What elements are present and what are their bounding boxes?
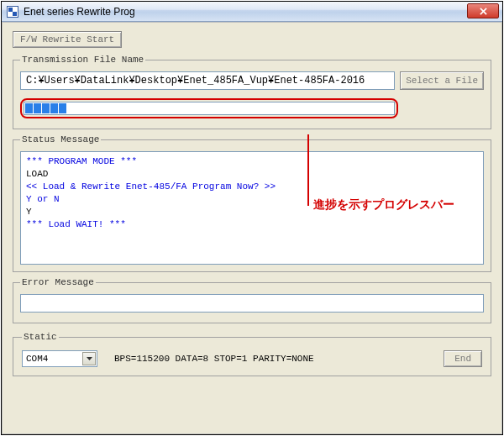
status-line: << Load & Rewrite Enet-485/FA Program No…	[26, 181, 478, 193]
static-group: Static COM4 BPS=115200 DATA=8 STOP=1 PAR…	[13, 332, 491, 376]
file-path-text: C:¥Users¥DataLink¥Desktop¥Enet_485FA_Vup…	[26, 75, 365, 87]
progress-bar-highlight	[20, 98, 398, 118]
com-port-select[interactable]: COM4	[22, 350, 97, 367]
progress-chunk	[59, 103, 66, 113]
static-legend: Static	[22, 332, 59, 342]
progress-chunk	[25, 103, 33, 113]
app-icon	[7, 6, 18, 18]
progress-chunk	[50, 103, 58, 113]
transmission-group: Transmission File Name C:¥Users¥DataLink…	[13, 55, 491, 129]
status-line: *** Load WAIT! ***	[26, 218, 478, 231]
close-icon	[480, 8, 487, 15]
status-line: *** PROGRAM MODE ***	[26, 155, 478, 168]
progress-bar	[24, 102, 395, 115]
status-legend: Status Message	[20, 134, 101, 144]
select-file-button[interactable]: Select a File	[400, 71, 484, 90]
window-title: Enet series Rewrite Prog	[24, 6, 135, 18]
svg-marker-2	[87, 357, 92, 360]
annotation-label: 進捗を示すプログレスバー	[313, 197, 454, 213]
com-port-value: COM4	[26, 354, 48, 364]
file-path-input[interactable]: C:¥Users¥DataLink¥Desktop¥Enet_485FA_Vup…	[20, 71, 395, 90]
dropdown-button[interactable]	[82, 352, 96, 365]
chevron-down-icon	[87, 357, 92, 360]
annotation-line	[307, 134, 309, 206]
title-bar: Enet series Rewrite Prog	[2, 2, 502, 22]
client-area: F/W Rewrite Start Transmission File Name…	[2, 22, 502, 434]
error-group: Error Message	[13, 277, 491, 323]
status-line: LOAD	[26, 168, 478, 181]
progress-chunk	[42, 103, 50, 113]
serial-params-text: BPS=115200 DATA=8 STOP=1 PARITY=NONE	[114, 354, 314, 364]
rewrite-start-button[interactable]: F/W Rewrite Start	[13, 31, 122, 48]
end-button[interactable]: End	[444, 350, 482, 367]
error-textarea[interactable]	[20, 294, 484, 313]
close-button[interactable]	[467, 3, 499, 18]
progress-chunk	[34, 103, 41, 113]
error-legend: Error Message	[20, 277, 96, 287]
transmission-legend: Transmission File Name	[20, 55, 145, 65]
